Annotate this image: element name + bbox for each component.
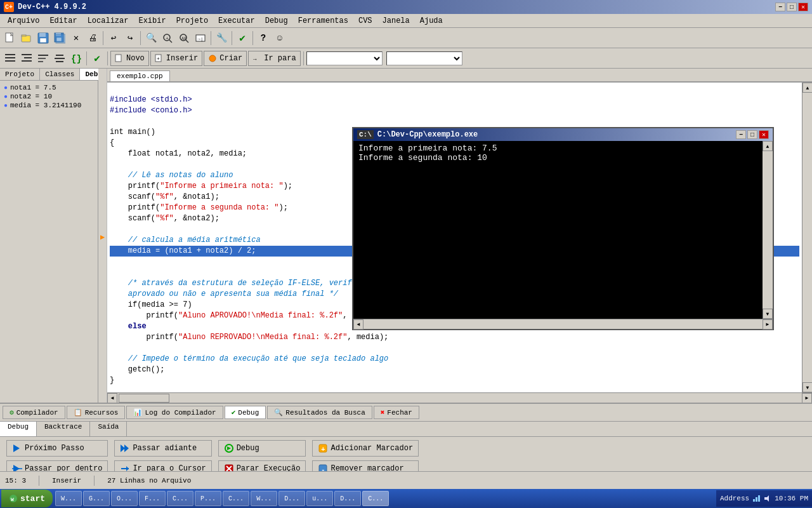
taskbar-item-9[interactable]: D... <box>278 491 305 506</box>
criar-button[interactable]: Criar <box>204 51 247 66</box>
menu-ajuda[interactable]: Ajuda <box>415 15 448 27</box>
minimize-button[interactable]: − <box>775 3 785 11</box>
console-close-btn[interactable]: ✕ <box>759 130 769 139</box>
tab-recursos[interactable]: 📋 Recursos <box>67 406 126 419</box>
console-minimize-btn[interactable]: − <box>736 130 746 139</box>
menu-localizar[interactable]: Localizar <box>82 15 134 27</box>
editor-tab-exemplo[interactable]: exemplo.cpp <box>110 70 170 81</box>
replace-btn[interactable]: AB <box>176 30 192 46</box>
hscroll-left-btn[interactable]: ◀ <box>107 393 117 403</box>
svg-rect-9 <box>56 34 65 43</box>
outdent-btn[interactable] <box>19 51 34 66</box>
toggle-comment-btn[interactable] <box>36 51 51 66</box>
svg-rect-28 <box>55 58 65 59</box>
debug-subtab-backtrace[interactable]: Backtrace <box>37 422 90 436</box>
find-next-btn[interactable]: + <box>160 30 175 46</box>
menu-projeto[interactable]: Projeto <box>171 15 213 27</box>
adicionar-marcador-btn[interactable]: + Adicionar Marcador <box>312 440 419 457</box>
svg-rect-29 <box>56 61 63 62</box>
menu-exibir[interactable]: Exibir <box>133 15 171 27</box>
taskbar-item-6[interactable]: P... <box>195 491 221 506</box>
console-line-2: Informe a segunda nota: 10 <box>358 153 757 163</box>
svg-text:+: + <box>157 56 160 62</box>
find-btn[interactable]: 🔍 <box>143 30 159 46</box>
taskbar-item-2[interactable]: G... <box>83 491 110 506</box>
proximo-passo-btn[interactable]: Próximo Passo <box>6 440 108 457</box>
combo-selector-2[interactable] <box>386 51 462 65</box>
debug-run-btn[interactable]: Debug <box>218 440 306 457</box>
taskbar-item-4[interactable]: F... <box>139 491 166 506</box>
tab-busca[interactable]: 🔍 Resultados da Busca <box>267 406 372 419</box>
goto-btn[interactable]: →| <box>193 30 208 46</box>
close-file-btn[interactable]: ✕ <box>69 30 84 46</box>
tab-fechar[interactable]: ✖ Fechar <box>374 406 419 419</box>
about-btn[interactable]: ☺ <box>272 30 287 46</box>
console-scroll-up[interactable]: ▲ <box>763 141 773 151</box>
menu-editar[interactable]: Editar <box>44 15 82 27</box>
taskbar-item-1[interactable]: W... <box>55 491 82 506</box>
console-hscroll-right[interactable]: ▶ <box>763 319 773 330</box>
menu-cvs[interactable]: CVS <box>353 15 377 27</box>
menu-ferramentas[interactable]: Ferramentas <box>293 15 353 27</box>
tree-item-media[interactable]: ● media = 3.2141190 <box>3 101 95 110</box>
tree-item-nota2[interactable]: ● nota2 = 10 <box>3 92 95 101</box>
indent-btn[interactable] <box>3 51 18 66</box>
new-file-btn[interactable] <box>3 30 18 46</box>
close-button[interactable]: ✕ <box>798 3 808 11</box>
tab-projeto[interactable]: Projeto <box>0 69 40 80</box>
hscroll-thumb[interactable] <box>119 394 169 403</box>
run-check-btn[interactable]: ✔ <box>89 51 105 66</box>
redo-btn[interactable]: ↪ <box>122 30 138 46</box>
console-title-text: C:\Dev-Cpp\exemplo.exe <box>377 130 736 139</box>
editor-hscroll[interactable]: ◀ ▶ <box>107 392 812 403</box>
undo-btn[interactable]: ↩ <box>106 30 121 46</box>
syntax-btn[interactable]: {} <box>69 51 84 66</box>
save-all-btn[interactable] <box>52 30 67 46</box>
scroll-up-btn[interactable]: ▲ <box>802 83 812 93</box>
tab-log[interactable]: 📊 Log do Compilador <box>126 406 223 419</box>
tab-debug-bottom[interactable]: ✔ Debug <box>225 406 266 419</box>
maximize-button[interactable]: □ <box>787 3 797 11</box>
print-btn[interactable]: 🖨 <box>85 30 100 46</box>
recursos-icon: 📋 <box>74 408 82 417</box>
scroll-down-btn[interactable]: ▼ <box>802 382 812 392</box>
menu-arquivo[interactable]: Arquivo <box>3 15 44 27</box>
console-maximize-btn[interactable]: □ <box>747 130 757 139</box>
combo-selector-1[interactable] <box>306 51 383 65</box>
taskbar-item-3[interactable]: O... <box>111 491 138 506</box>
editor-scrollbar[interactable]: ▲ ▼ <box>802 83 812 392</box>
svg-marker-42 <box>126 466 129 471</box>
taskbar-item-8[interactable]: W... <box>251 491 277 506</box>
console-scroll-down[interactable]: ▼ <box>763 309 773 319</box>
taskbar-item-12[interactable]: C... <box>362 491 389 506</box>
debug-subtab-saida[interactable]: Saída <box>90 422 127 436</box>
passar-adiante-btn[interactable]: Passar adiante <box>114 440 211 457</box>
new-button[interactable]: Novo <box>110 51 149 66</box>
console-hscroll[interactable]: ◀ ▶ <box>353 319 773 329</box>
taskbar-item-10[interactable]: u... <box>306 491 333 506</box>
taskbar-item-5[interactable]: C... <box>167 491 193 506</box>
console-scrollbar[interactable]: ▲ ▼ <box>763 141 773 319</box>
separator-5 <box>252 31 253 45</box>
svg-rect-5 <box>40 38 46 43</box>
tab-compilador[interactable]: ⚙ Compilador <box>3 406 65 419</box>
taskbar-item-7[interactable]: C... <box>223 491 249 506</box>
menu-executar[interactable]: Executar <box>213 15 260 27</box>
save-file-btn[interactable] <box>36 30 51 46</box>
debug-subtab-debug[interactable]: Debug <box>0 422 37 436</box>
hscroll-right-btn[interactable]: ▶ <box>802 393 812 403</box>
goto-line-button[interactable]: → Ir para <box>248 51 300 66</box>
tab-classes[interactable]: Classes <box>40 69 80 80</box>
options-btn[interactable]: 🔧 <box>214 30 229 46</box>
check-btn[interactable]: ✔ <box>235 30 250 46</box>
console-hscroll-left[interactable]: ◀ <box>353 319 363 330</box>
help-btn[interactable]: ? <box>256 30 271 46</box>
taskbar-item-11[interactable]: D... <box>334 491 361 506</box>
open-file-btn[interactable] <box>19 30 34 46</box>
tree-item-nota1[interactable]: ● nota1 = 7.5 <box>3 83 95 92</box>
start-button[interactable]: W start <box>1 490 53 507</box>
menu-janela[interactable]: Janela <box>377 15 415 27</box>
menu-debug[interactable]: Debug <box>260 15 293 27</box>
format-btn[interactable] <box>52 51 67 66</box>
insert-button[interactable]: + Inserir <box>150 51 202 66</box>
